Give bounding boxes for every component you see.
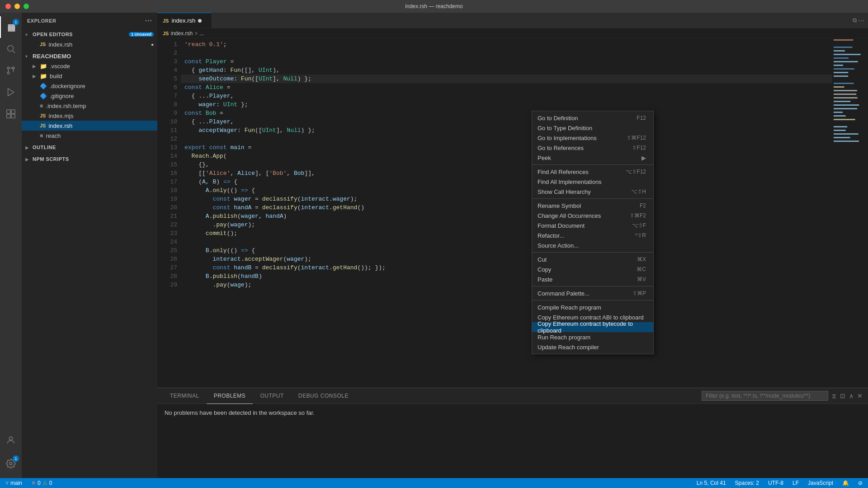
split-editor-icon[interactable]: ⧉ (853, 17, 857, 24)
panel-tab-problems[interactable]: PROBLEMS (207, 388, 253, 404)
titlebar: index.rsh — reachdemo (0, 0, 868, 13)
encoding-status[interactable]: UTF-8 (766, 480, 785, 486)
panel-content: No problems have been detected in the wo… (157, 404, 868, 478)
cm-copy[interactable]: Copy ⌘C (532, 264, 653, 274)
cm-goto-type-definition[interactable]: Go to Type Definition (532, 123, 653, 133)
cm-goto-references[interactable]: Go to References ⇧F12 (532, 143, 653, 153)
cm-compile-reach[interactable]: Compile Reach program (532, 302, 653, 312)
spaces-status[interactable]: Spaces: 2 (733, 480, 761, 486)
source-control-status[interactable]: ⑂ main (4, 480, 24, 486)
cm-command-palette[interactable]: Command Palette... ⇧⌘P (532, 288, 653, 298)
panel-area: TERMINAL PROBLEMS OUTPUT DEBUG CONSOLE ⧖… (157, 388, 868, 478)
npm-scripts-header[interactable]: ▶ NPM Scripts (22, 154, 157, 164)
sidebar-item-dockerignore[interactable]: 🔷 .dockerignore (22, 81, 157, 91)
expand-icon[interactable]: ∧ (849, 392, 854, 399)
minimize-button[interactable] (14, 4, 20, 9)
sidebar-item-build[interactable]: ▶ 📁 build (22, 71, 157, 81)
cm-change-all-occurrences[interactable]: Change All Occurrences ⇧⌘F2 (532, 211, 653, 221)
code-line-13: export const main = (181, 143, 832, 152)
tab-bar: JS index.rsh ⧉ ⋯ (157, 13, 868, 28)
eol-label: LF (793, 480, 799, 486)
code-editor[interactable]: 'reach 0.1'; const Player = { getHand: F… (181, 38, 832, 388)
cm-show-call-hierarchy[interactable]: Show Call Hierarchy ⌥⇧H (532, 187, 653, 197)
panel-tab-output[interactable]: OUTPUT (253, 388, 291, 404)
unsaved-indicator (198, 19, 202, 23)
eol-status[interactable]: LF (791, 480, 801, 486)
sidebar-item-index-rsh[interactable]: JS index.rsh (22, 121, 157, 131)
svg-rect-9 (11, 114, 15, 118)
outline-header[interactable]: ▶ Outline (22, 142, 157, 152)
panel-tab-terminal[interactable]: TERMINAL (163, 388, 207, 404)
sidebar-header: Explorer ⋯ (22, 13, 157, 28)
source-control-activity-icon[interactable] (0, 60, 22, 81)
remote-icon: ⊘ (858, 480, 863, 486)
notification-status[interactable]: 🔔 (840, 480, 851, 486)
errors-status[interactable]: ✕ 0 ⚠ 0 (29, 480, 54, 486)
tab-bar-right-actions: ⧉ ⋯ (849, 13, 868, 28)
cm-cut[interactable]: Cut ⌘X (532, 254, 653, 264)
breadcrumb-rest: ... (199, 30, 204, 37)
code-line-15: {}, (181, 160, 832, 169)
filter-icon[interactable]: ⧖ (832, 392, 836, 400)
panel-tab-debug-console[interactable]: DEBUG CONSOLE (291, 388, 356, 404)
sidebar-item-index-temp[interactable]: ≡ .index.rsh.temp (22, 101, 157, 111)
accounts-activity-icon[interactable] (0, 429, 22, 451)
maximize-button[interactable] (24, 4, 29, 9)
cm-copy-bytecode[interactable]: Copy Ethereum contract bytecode to clipb… (532, 322, 653, 332)
close-button[interactable] (5, 4, 11, 9)
cm-source-action[interactable]: Source Action... (532, 240, 653, 250)
bell-icon: 🔔 (842, 480, 849, 486)
run-activity-icon[interactable] (0, 81, 22, 103)
svg-rect-7 (11, 110, 15, 113)
code-line-8: wager: UInt }; (181, 100, 832, 109)
extensions-activity-icon[interactable] (0, 103, 22, 125)
cm-find-all-references[interactable]: Find All References ⌥⇧F12 (532, 167, 653, 177)
settings-activity-icon[interactable]: 1 (0, 453, 22, 474)
status-bar: ⑂ main ✕ 0 ⚠ 0 Ln 5, Col 41 Spaces: 2 UT… (0, 478, 868, 488)
reachdemo-header[interactable]: ▾ REACHDEMO (22, 51, 157, 61)
new-file-icon[interactable]: ⋯ (145, 16, 152, 25)
sidebar-item-gitignore[interactable]: 🔷 .gitignore (22, 91, 157, 101)
sidebar-item-reach[interactable]: ≡ reach (22, 131, 157, 141)
open-editor-file[interactable]: JS index.rsh ● (22, 39, 157, 49)
cm-paste[interactable]: Paste ⌘V (532, 274, 653, 284)
problems-filter-input[interactable] (702, 391, 828, 401)
cm-rename-symbol[interactable]: Rename Symbol F2 (532, 201, 653, 211)
code-line-5: seeOutcome: Fun([UInt], Null) }; (181, 75, 832, 83)
open-editors-header[interactable]: ▾ Open Editors 1 Unsaved (22, 29, 157, 39)
cm-peek[interactable]: Peek ▶ (532, 153, 653, 163)
cm-update-compiler[interactable]: Update Reach compiler (532, 342, 653, 352)
wrap-icon[interactable]: ⊡ (840, 392, 845, 399)
more-actions-icon[interactable]: ⋯ (859, 17, 864, 24)
code-line-28: B.publish(handB) (181, 272, 832, 281)
cursor-position-status[interactable]: Ln 5, Col 41 (695, 480, 728, 486)
cursor-position: Ln 5, Col 41 (697, 480, 726, 486)
cm-goto-definition[interactable]: Go to Definition F12 (532, 113, 653, 123)
panel-tab-right: ⧖ ⊡ ∧ ✕ (702, 391, 863, 401)
sidebar-item-index-mjs[interactable]: JS index.mjs (22, 111, 157, 121)
svg-point-0 (8, 46, 14, 52)
breadcrumb-filename[interactable]: index.rsh (170, 30, 193, 37)
code-line-3: const Player = (181, 57, 832, 66)
sidebar-item-vscode[interactable]: ▶ 📁 .vscode (22, 61, 157, 71)
remote-status[interactable]: ⊘ (856, 480, 864, 486)
code-line-10: { ...Player, (181, 117, 832, 126)
language-label: JavaScript (808, 480, 833, 486)
code-line-18: A.only(() => { (181, 186, 832, 195)
cm-refactor[interactable]: Refactor... ^⇧R (532, 230, 653, 240)
cm-find-all-implementations[interactable]: Find All Implementations (532, 177, 653, 187)
search-activity-icon[interactable] (0, 38, 22, 60)
editor-tab-index-rsh[interactable]: JS index.rsh (157, 13, 212, 28)
explorer-activity-icon[interactable]: ▦ 1 (0, 16, 22, 38)
cm-goto-implementations[interactable]: Go to Implementations ⇧⌘F12 (532, 133, 653, 143)
tab-label: index.rsh (171, 17, 195, 24)
code-line-14: Reach.App( (181, 152, 832, 160)
sidebar: Explorer ⋯ ▾ Open Editors 1 Unsaved JS i… (22, 13, 157, 478)
activity-bar-bottom: 1 (0, 429, 22, 478)
cm-format-document[interactable]: Format Document ⌥⇧F (532, 221, 653, 230)
outline-section: ▶ Outline (22, 141, 157, 153)
tab-file-icon: JS (163, 18, 169, 23)
language-status[interactable]: JavaScript (806, 480, 835, 486)
titlebar-title: index.rsh — reachdemo (405, 3, 462, 9)
close-panel-icon[interactable]: ✕ (857, 392, 863, 399)
